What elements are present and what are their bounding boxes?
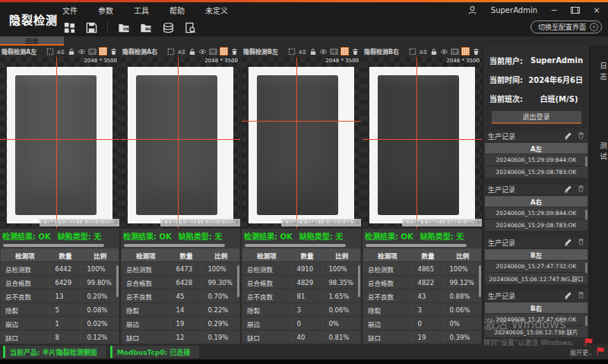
grid-icon[interactable] bbox=[220, 47, 228, 55]
result-row: 检测结果: OK 缺陷类型: 无 bbox=[0, 229, 119, 243]
image-viewport[interactable]: 2048 * 3500 X,1041 Y,1045 | R:063 G:063 … bbox=[242, 57, 361, 229]
eye-icon[interactable] bbox=[78, 47, 86, 55]
edit-pencil-icon[interactable] bbox=[564, 185, 572, 195]
panel-header: 隐裂检测A右 A 1:1 bbox=[121, 46, 240, 57]
scrollbar-thumb[interactable] bbox=[366, 244, 467, 247]
table-cell: 缺口 bbox=[122, 333, 170, 342]
inspection-image bbox=[369, 67, 475, 223]
vertical-scrollbar[interactable] bbox=[116, 265, 119, 297]
scrollbar-thumb[interactable] bbox=[245, 244, 346, 247]
table-cell: 0.81% bbox=[322, 334, 360, 341]
record-row[interactable]: 20240606_15:06:12:738:缺片 bbox=[485, 326, 587, 338]
record-row[interactable]: 20240606_15:27:47:732:OK bbox=[485, 261, 587, 273]
switch-to-config-button[interactable]: 切换至配置界面 › bbox=[530, 21, 602, 33]
record-row[interactable]: 20240606_15:06:12:747:NG,缺口 bbox=[485, 273, 587, 285]
production-record-groups: 生产记录 A左 20240606_15:29:09:844:OK20240606… bbox=[483, 131, 589, 343]
horizontal-scrollbar[interactable] bbox=[123, 243, 238, 248]
roi-square-icon[interactable] bbox=[46, 47, 54, 55]
record-row[interactable]: 20240606_15:29:09:844:OK bbox=[485, 207, 587, 220]
horizontal-scrollbar[interactable] bbox=[2, 243, 117, 248]
logout-button[interactable]: 退出登录 bbox=[492, 111, 581, 124]
table-row: 崩边00% bbox=[242, 317, 360, 331]
record-row[interactable]: 20240606_15:29:08:783:OK bbox=[485, 220, 587, 232]
camera-name-subheader: B右 bbox=[485, 302, 587, 313]
trash-icon[interactable] bbox=[351, 47, 359, 55]
tab-image[interactable]: 图像 bbox=[0, 36, 64, 46]
vertical-scrollbar[interactable] bbox=[237, 265, 239, 297]
scrollbar-thumb[interactable] bbox=[124, 244, 225, 247]
table-cell: 3 bbox=[412, 306, 444, 314]
one-to-one-icon[interactable]: 1:1 bbox=[88, 47, 97, 55]
record-row[interactable]: 20240606_15:27:47:689:OK bbox=[485, 314, 587, 326]
annotation-icon[interactable]: A bbox=[298, 47, 306, 55]
roi-square-icon[interactable] bbox=[166, 47, 175, 55]
trash-icon[interactable] bbox=[578, 185, 584, 194]
menu-item-1[interactable]: 参数 bbox=[98, 5, 113, 16]
search-doc-icon[interactable] bbox=[183, 21, 197, 33]
trash-icon[interactable] bbox=[472, 47, 480, 55]
table-cell: 隐裂 bbox=[122, 305, 170, 315]
trash-icon[interactable] bbox=[578, 291, 584, 300]
table-cell: 13 bbox=[49, 293, 81, 300]
edit-pencil-icon[interactable] bbox=[564, 131, 572, 141]
trash-icon[interactable] bbox=[230, 47, 239, 55]
menu-item-0[interactable]: 文件 bbox=[62, 5, 78, 16]
edit-pencil-icon[interactable] bbox=[564, 238, 572, 248]
trash-icon[interactable] bbox=[578, 131, 584, 141]
side-tab-test[interactable]: 测试 bbox=[590, 142, 608, 163]
panel-header: 隐裂检测B右 A 1:1 bbox=[363, 46, 482, 57]
record-row[interactable]: 20240606_15:29:09:844:OK bbox=[485, 154, 587, 166]
roi-square-icon[interactable] bbox=[408, 47, 416, 55]
grid-icon[interactable] bbox=[99, 47, 107, 55]
edit-pencil-icon[interactable] bbox=[564, 291, 572, 301]
vertical-scrollbar[interactable] bbox=[585, 263, 587, 273]
minimize-button[interactable]: ─ bbox=[549, 6, 559, 14]
menu-item-4[interactable]: 未定义 bbox=[205, 5, 228, 16]
table-cell: 19 bbox=[170, 320, 202, 328]
one-to-one-icon[interactable]: 1:1 bbox=[330, 47, 338, 55]
side-tab-log[interactable]: 日志 bbox=[590, 62, 608, 83]
horizontal-scrollbar[interactable] bbox=[244, 243, 359, 248]
vertical-scrollbar[interactable] bbox=[585, 316, 587, 326]
eye-icon[interactable] bbox=[198, 47, 207, 55]
menu-item-3[interactable]: 帮助 bbox=[169, 5, 185, 16]
vertical-scrollbar[interactable] bbox=[585, 210, 587, 220]
close-button[interactable]: × bbox=[591, 6, 602, 14]
vertical-scrollbar[interactable] bbox=[479, 265, 481, 297]
image-viewport[interactable]: 2048 * 3500 X,1353 Y,0013 | R:255 G:255 … bbox=[121, 57, 240, 229]
layers-icon[interactable] bbox=[161, 21, 175, 33]
grid-icon[interactable] bbox=[461, 47, 470, 55]
lock-icon[interactable] bbox=[309, 47, 317, 55]
stats-table: 检测项数量比例 总检测数4910100%总合格数482998.35%总不良数81… bbox=[242, 248, 360, 344]
horizontal-scrollbar[interactable] bbox=[365, 243, 480, 248]
vertical-scrollbar[interactable] bbox=[585, 157, 587, 166]
annotation-icon[interactable]: A bbox=[177, 47, 185, 55]
annotation-icon[interactable]: A bbox=[419, 47, 427, 55]
lock-icon[interactable] bbox=[188, 47, 196, 55]
grid-icon[interactable] bbox=[340, 47, 349, 55]
folder-ok-icon[interactable]: OK bbox=[117, 21, 131, 33]
lock-icon[interactable] bbox=[67, 47, 75, 55]
vertical-scrollbar[interactable] bbox=[358, 265, 360, 297]
record-group-header: 生产记录 bbox=[485, 290, 587, 301]
solar-cell-image bbox=[136, 75, 217, 215]
image-viewport[interactable]: 2048 * 3500 X,1744 Y,2962 | R:060 G:060 … bbox=[363, 57, 482, 229]
folder-ng-icon[interactable]: NG bbox=[139, 21, 153, 33]
menu-item-2[interactable]: 工具 bbox=[134, 5, 149, 16]
trash-icon[interactable] bbox=[109, 47, 118, 55]
scrollbar-thumb[interactable] bbox=[3, 244, 104, 247]
save-icon[interactable] bbox=[84, 21, 98, 33]
image-viewport[interactable]: 2048 * 3500 X,2043 Y,0522 | R:255 G:255 … bbox=[0, 57, 119, 229]
trash-icon[interactable] bbox=[578, 238, 584, 247]
roi-square-icon[interactable] bbox=[287, 47, 296, 55]
layout-grid-icon[interactable] bbox=[62, 21, 76, 33]
record-row[interactable]: 20240606_15:29:08:783:OK bbox=[485, 166, 587, 179]
table-header-row: 检测项数量比例 bbox=[363, 248, 481, 262]
eye-icon[interactable] bbox=[319, 47, 328, 55]
one-to-one-icon[interactable]: 1:1 bbox=[209, 47, 217, 55]
lock-icon[interactable] bbox=[429, 47, 438, 55]
annotation-icon[interactable]: A bbox=[56, 47, 65, 55]
one-to-one-icon[interactable]: 1:1 bbox=[451, 47, 459, 55]
restore-button[interactable] bbox=[571, 7, 580, 14]
eye-icon[interactable] bbox=[440, 47, 448, 55]
